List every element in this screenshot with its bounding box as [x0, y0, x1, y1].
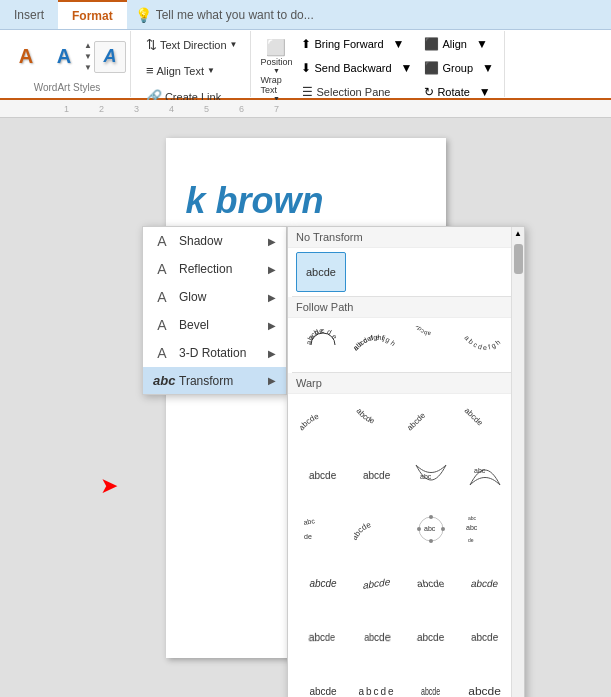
tab-format[interactable]: Format [58, 0, 127, 29]
svg-point-19 [429, 539, 433, 543]
align-label: Align [442, 38, 466, 50]
wordart-a-orange-button[interactable]: A [8, 39, 44, 75]
group-label: Group [442, 62, 473, 74]
follow-path-title: Follow Path [288, 297, 524, 318]
group-button[interactable]: ⬛ Group [418, 57, 479, 79]
warp-text-2-2: abcde [363, 469, 391, 480]
scroll-up-arrow[interactable]: ▲ [84, 41, 92, 50]
arrange-group-content: ⬜ Position ▼ Wrap Text ▼ ⬆ Bring Forward… [259, 33, 497, 103]
shadow-label: Shadow [179, 234, 222, 248]
warp-item-6-2[interactable]: abcde [350, 668, 404, 697]
warp-text-4-3: abcde [416, 578, 445, 589]
follow-path-item-2[interactable]: abcdefghij a b c d e f g h [350, 322, 404, 368]
tab-insert[interactable]: Insert [0, 0, 58, 29]
svg-text:de: de [304, 533, 312, 540]
follow-path-full-svg: abcdefghijklmno [408, 326, 454, 364]
warp-item-3-4[interactable]: abc abc de [458, 506, 512, 552]
follow-path-circle-svg: abcde a b c d e [300, 326, 346, 364]
warp-item-2-4[interactable]: abc [458, 452, 512, 498]
menu-bevel[interactable]: A Bevel ▶ [143, 311, 286, 339]
scroll-up-btn[interactable]: ▲ [512, 227, 524, 240]
group-dropdown[interactable]: ▼ [479, 57, 498, 79]
text-direction-label: Text Direction [160, 39, 227, 51]
menu-transform[interactable]: abc Transform ▶ [143, 367, 286, 394]
warp-item-4-4[interactable]: abcde [458, 560, 512, 606]
align-splitbtn: ⬛ Align ▼ [418, 33, 497, 55]
align-text-button[interactable]: ≡ Align Text ▼ [139, 59, 245, 82]
bevel-menu-icon: A [153, 317, 171, 333]
warp-text-4-1: abcde [309, 578, 336, 589]
svg-text:abcde: abcde [354, 520, 373, 542]
glow-arrow: ▶ [268, 292, 276, 303]
warp-item-5-2[interactable]: abcde [350, 614, 404, 660]
tab-format-label: Format [72, 9, 113, 23]
warp-item-2-3[interactable]: abc [404, 452, 458, 498]
scroll-more-arrow[interactable]: ▼ [84, 63, 92, 72]
warp-item-4-1[interactable]: abcde [296, 560, 350, 606]
warp-item-5-4[interactable]: abcde [458, 614, 512, 660]
tell-me-bar[interactable]: 💡 Tell me what you want to do... [135, 7, 314, 23]
warp-item-2-1[interactable]: abcde [296, 452, 350, 498]
warp-item-5-1[interactable]: abcde [296, 614, 350, 660]
warp-2-3-svg: abc [408, 457, 454, 493]
warp-3-4-svg: abc abc de [462, 510, 508, 548]
warp-item-6-1[interactable]: abcde [296, 668, 350, 697]
align-dropdown[interactable]: ▼ [473, 33, 492, 55]
warp-item-5-3[interactable]: abcde [404, 614, 458, 660]
transform-menu-icon: abc [153, 373, 171, 388]
shadow-menu-icon: A [153, 233, 171, 249]
svg-text:a b c d e: a b c d e [307, 327, 339, 341]
scroll-down-arrow[interactable]: ▼ [84, 52, 92, 61]
rotate-label: Rotate [437, 86, 469, 98]
warp-item-3-3[interactable]: abc [404, 506, 458, 552]
scrollbar-thumb[interactable] [514, 244, 523, 274]
no-transform-item[interactable]: abcde [296, 252, 346, 292]
svg-text:abc: abc [424, 525, 436, 532]
selection-pane-icon: ☰ [302, 85, 313, 99]
warp-row-1: abcde abcde abcde abcde [288, 394, 524, 448]
warp-text-2-1: abcde [309, 470, 337, 481]
warp-chevron-down[interactable]: abcde [458, 398, 512, 444]
warp-item-3-1[interactable]: abc de [296, 506, 350, 552]
warp-chevron-up[interactable]: abcde [404, 398, 458, 444]
menu-glow[interactable]: A Glow ▶ [143, 283, 286, 311]
position-button[interactable]: ⬜ Position ▼ [259, 36, 293, 76]
svg-text:abc: abc [303, 517, 316, 526]
svg-text:abc: abc [474, 467, 486, 474]
wordart-a-blue-button[interactable]: A [46, 39, 82, 75]
warp-item-6-3[interactable]: abcde [404, 668, 458, 697]
warp-arch-up-svg: abcde [300, 403, 346, 439]
position-arrow: ▼ [273, 67, 280, 74]
glow-label: Glow [179, 290, 206, 304]
text-direction-button[interactable]: ⇅ Text Direction ▼ [139, 33, 245, 56]
content-area: k brown r the lazy dog A Shadow ▶ A Refl… [0, 118, 611, 697]
warp-arch-down[interactable]: abcde [350, 398, 404, 444]
send-backward-icon: ⬇ [301, 61, 311, 75]
rotation-arrow: ▶ [268, 348, 276, 359]
warp-item-6-4[interactable]: abcde [458, 668, 512, 697]
send-backward-button[interactable]: ⬇ Send Backward [295, 57, 397, 79]
menu-3d-rotation[interactable]: A 3-D Rotation ▶ [143, 339, 286, 367]
red-arrow-menu: ➤ [100, 473, 118, 499]
glow-menu-icon: A [153, 289, 171, 305]
wordart-scroll-arrows: ▲ ▼ ▼ [84, 41, 92, 72]
warp-arch-up[interactable]: abcde [296, 398, 350, 444]
warp-item-2-2[interactable]: abcde [350, 452, 404, 498]
follow-path-item-4[interactable]: a b c d e f g h [458, 322, 512, 368]
wrap-text-button[interactable]: Wrap Text ▼ [259, 77, 293, 101]
follow-path-item-3[interactable]: abcdefghijklmno [404, 322, 458, 368]
menu-reflection[interactable]: A Reflection ▶ [143, 255, 286, 283]
align-button[interactable]: ⬛ Align [418, 33, 472, 55]
follow-path-item-1[interactable]: abcde a b c d e [296, 322, 350, 368]
warp-item-4-2[interactable]: abcde [350, 560, 404, 606]
transform-label: Transform [179, 374, 233, 388]
lightbulb-icon: 💡 [135, 7, 152, 23]
bring-forward-button[interactable]: ⬆ Bring Forward [295, 33, 389, 55]
bring-forward-dropdown[interactable]: ▼ [390, 33, 409, 55]
warp-arch-down-svg: abcde [354, 403, 400, 439]
text-effects-button[interactable]: A [94, 41, 126, 73]
menu-shadow[interactable]: A Shadow ▶ [143, 227, 286, 255]
send-backward-dropdown[interactable]: ▼ [398, 57, 417, 79]
warp-item-4-3[interactable]: abcde [404, 560, 458, 606]
warp-item-3-2[interactable]: abcde [350, 506, 404, 552]
